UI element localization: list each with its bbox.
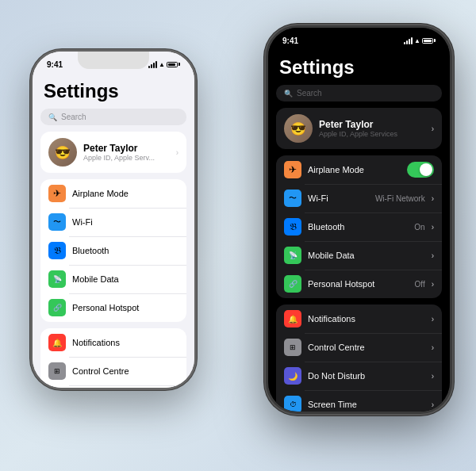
search-icon: 🔍 (48, 113, 57, 121)
airplane-toggle[interactable] (407, 162, 434, 178)
light-search-placeholder: Search (61, 113, 86, 121)
dark-screentime-chevron: › (432, 400, 434, 409)
light-wifi-label: Wi-Fi (72, 217, 178, 227)
dark-time: 9:41 (282, 36, 298, 45)
dark-notifications-chevron: › (432, 315, 434, 324)
dark-wifi-label: Wi-Fi (308, 193, 369, 203)
light-row-dnd[interactable]: 🌙 Do Not Disturb (40, 385, 186, 388)
dark-content: Settings 🔍 Search 😎 Peter Taylor Apple I… (268, 50, 450, 412)
battery-icon (167, 62, 180, 67)
light-row-notifications[interactable]: 🔔 Notifications (40, 328, 186, 357)
light-group2: 🔔 Notifications ⊞ Control Centre 🌙 Do No… (40, 328, 186, 388)
light-bluetooth-label: Bluetooth (72, 246, 178, 255)
dark-row-wifi[interactable]: 〜 Wi-Fi Wi-Fi Network › (276, 184, 442, 213)
dark-battery-icon (422, 38, 436, 44)
dark-notifications-icon: 🔔 (284, 310, 301, 327)
dark-control-icon: ⊞ (284, 339, 301, 356)
dark-wifi-icon: ▲ (414, 37, 420, 44)
light-notifications-label: Notifications (72, 338, 178, 347)
light-row-mobiledata[interactable]: 📡 Mobile Data (40, 265, 186, 293)
dark-row-screentime[interactable]: ⏱ Screen Time › (276, 390, 442, 412)
light-row-bluetooth[interactable]: 𝔅 Bluetooth (40, 236, 186, 265)
light-profile-chevron: › (176, 148, 178, 157)
dark-row-bluetooth[interactable]: 𝔅 Bluetooth On › (276, 213, 442, 241)
dark-profile-sub: Apple ID, Apple Services (319, 130, 425, 138)
dark-row-dnd[interactable]: 🌙 Do Not Disturb › (276, 362, 442, 390)
dark-wifi-chevron: › (432, 194, 434, 203)
dark-phone: 9:41 ▲ (266, 25, 452, 414)
light-phone: 9:41 ▲ (30, 49, 197, 390)
light-profile-name: Peter Taylor (83, 143, 170, 154)
dark-airplane-icon: ✈ (284, 161, 301, 178)
dark-bluetooth-icon: 𝔅 (284, 218, 301, 236)
light-mobiledata-icon: 📡 (48, 270, 66, 288)
dark-wifi-value: Wi-Fi Network (375, 194, 425, 203)
dark-profile-card[interactable]: 😎 Peter Taylor Apple ID, Apple Services … (276, 108, 442, 149)
dark-row-airplane[interactable]: ✈ Airplane Mode (276, 155, 442, 184)
signal-bars-icon (148, 61, 157, 68)
light-group1: ✈ Airplane Mode 〜 Wi-Fi 𝔅 Bluetooth 📡 Mo… (40, 179, 186, 322)
dark-row-mobiledata[interactable]: 📡 Mobile Data › (276, 241, 442, 270)
dark-bluetooth-label: Bluetooth (308, 222, 408, 232)
wifi-icon: ▲ (159, 61, 165, 68)
dark-notch (320, 28, 399, 47)
dark-mobiledata-label: Mobile Data (308, 251, 425, 260)
dark-control-chevron: › (432, 343, 434, 352)
light-search-bar[interactable]: 🔍 Search (40, 109, 186, 125)
dark-profile-info: Peter Taylor Apple ID, Apple Services (319, 119, 425, 138)
light-row-control[interactable]: ⊞ Control Centre (40, 357, 186, 385)
dark-hotspot-label: Personal Hotspot (308, 279, 409, 289)
dark-dnd-chevron: › (432, 372, 434, 381)
dark-avatar: 😎 (284, 114, 313, 143)
dark-mobiledata-chevron: › (432, 251, 434, 260)
dark-search-icon: 🔍 (284, 90, 293, 98)
light-control-label: Control Centre (72, 366, 178, 376)
light-notifications-icon: 🔔 (48, 334, 66, 351)
dark-airplane-label: Airplane Mode (308, 165, 401, 174)
light-status-icons: ▲ (148, 61, 180, 68)
light-time: 9:41 (47, 60, 63, 69)
dark-screentime-icon: ⏱ (284, 396, 301, 412)
light-wifi-icon: 〜 (48, 213, 66, 231)
dark-hotspot-icon: 🔗 (284, 275, 301, 293)
light-notch (78, 52, 149, 69)
dark-group2: 🔔 Notifications › ⊞ Control Centre › 🌙 D… (276, 304, 442, 412)
dark-wifi-icon: 〜 (284, 190, 301, 207)
light-bluetooth-icon: 𝔅 (48, 242, 66, 259)
light-mobiledata-label: Mobile Data (72, 274, 178, 284)
dark-hotspot-value: Off (415, 280, 425, 289)
dark-bluetooth-value: On (414, 223, 424, 232)
dark-control-label: Control Centre (308, 343, 425, 352)
dark-search-bar[interactable]: 🔍 Search (276, 85, 442, 101)
dark-screen: 9:41 ▲ (268, 28, 450, 412)
light-profile-info: Peter Taylor Apple ID, Apple Serv... (83, 143, 170, 162)
light-screen: 9:41 ▲ (33, 52, 194, 388)
dark-group1: ✈ Airplane Mode 〜 Wi-Fi Wi-Fi Network › … (276, 155, 442, 298)
dark-hotspot-chevron: › (432, 280, 434, 289)
dark-dnd-icon: 🌙 (284, 367, 301, 385)
dark-row-control[interactable]: ⊞ Control Centre › (276, 333, 442, 362)
light-row-wifi[interactable]: 〜 Wi-Fi (40, 208, 186, 236)
dark-search-placeholder: Search (297, 89, 322, 98)
light-airplane-icon: ✈ (48, 185, 66, 202)
light-row-hotspot[interactable]: 🔗 Personal Hotspot (40, 293, 186, 322)
light-hotspot-label: Personal Hotspot (72, 303, 178, 312)
light-content: Settings 🔍 Search 😎 Peter Taylor Apple I… (33, 74, 194, 388)
light-control-icon: ⊞ (48, 362, 66, 380)
dark-row-hotspot[interactable]: 🔗 Personal Hotspot Off › (276, 270, 442, 298)
dark-dnd-label: Do Not Disturb (308, 371, 425, 381)
dark-row-notifications[interactable]: 🔔 Notifications › (276, 304, 442, 333)
dark-settings-title: Settings (268, 50, 450, 82)
light-hotspot-icon: 🔗 (48, 299, 66, 316)
dark-bluetooth-chevron: › (432, 223, 434, 232)
dark-status-icons: ▲ (404, 37, 436, 44)
dark-signal-icon (404, 37, 413, 44)
light-avatar: 😎 (48, 138, 77, 167)
light-profile-card[interactable]: 😎 Peter Taylor Apple ID, Apple Serv... › (40, 132, 186, 173)
light-profile-sub: Apple ID, Apple Serv... (83, 154, 170, 162)
phones-container: 9:41 ▲ (8, 10, 468, 461)
dark-screentime-label: Screen Time (308, 400, 425, 409)
light-row-airplane[interactable]: ✈ Airplane Mode (40, 179, 186, 208)
dark-notifications-label: Notifications (308, 314, 425, 324)
dark-profile-chevron: › (432, 124, 434, 133)
